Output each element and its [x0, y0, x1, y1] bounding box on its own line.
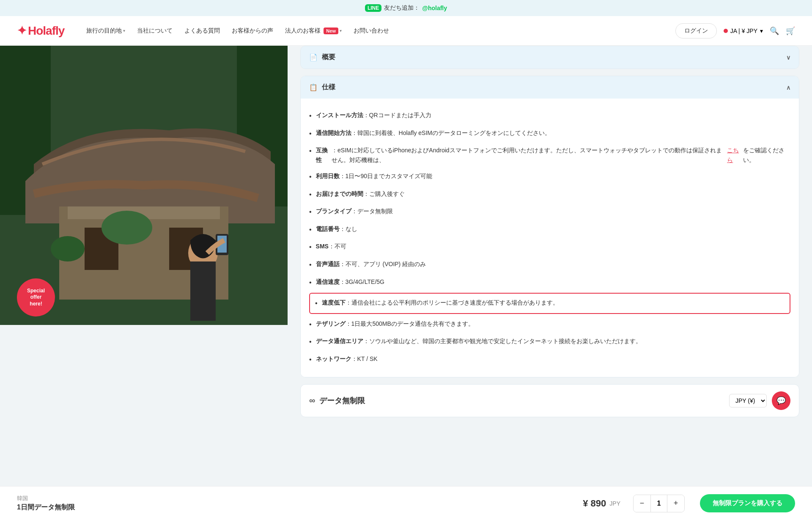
chevron-down-icon: ▾	[123, 28, 125, 33]
quantity-value: 1	[650, 495, 667, 512]
login-button[interactable]: ログイン	[675, 23, 717, 39]
image-section: Special offer here!	[0, 46, 288, 517]
support-icon: 💬	[776, 396, 786, 405]
logo[interactable]: ✦ Holafly	[17, 24, 64, 38]
cart-icon: 🛒	[786, 27, 795, 35]
spec-item: インストール方法：QRコードまたは手入力	[309, 107, 790, 125]
overview-section: 📄 概要 ∨	[300, 46, 799, 69]
logo-icon: ✦	[17, 24, 26, 38]
buy-button[interactable]: 無制限プランを購入する	[700, 494, 795, 512]
spec-section: 📋 仕様 ∧ インストール方法：QRコードまたは手入力通信開始方法：韓国に到着後…	[300, 76, 799, 377]
banner-text: 友だち追加：	[384, 4, 420, 12]
spec-item: 通信開始方法：韓国に到着後、Holafly eSIMのデータローミングをオンにし…	[309, 125, 790, 143]
spec-icon: 📋	[309, 83, 318, 91]
nav-item-about[interactable]: 当社について	[132, 24, 178, 38]
spec-item: テザリング：1日最大500MBのデータ通信を共有できます。	[309, 316, 790, 333]
line-handle[interactable]: @holafly	[422, 5, 447, 11]
infinity-icon: ∞	[309, 396, 315, 405]
search-button[interactable]: 🔍	[770, 26, 779, 36]
chevron-down-icon: ∨	[786, 54, 790, 61]
chevron-up-icon: ∧	[786, 84, 790, 91]
product-info-bottom: 韓国 1日間データ無制限	[17, 495, 583, 512]
support-button[interactable]: 💬	[772, 391, 790, 410]
nav-item-reviews[interactable]: お客様からの声	[227, 24, 278, 38]
spec-list: インストール方法：QRコードまたは手入力通信開始方法：韓国に到着後、Holafl…	[309, 107, 790, 369]
chevron-down-icon: ▾	[760, 28, 763, 34]
special-offer-line3: here!	[30, 301, 42, 308]
nav-links: 旅行の目的地 ▾ 当社について よくある質問 お客様からの声 法人のお客様 Ne…	[81, 24, 675, 38]
lang-label: JA | ¥ JPY	[730, 28, 757, 34]
spec-item: 互換性：eSIMに対応しているiPhoneおよびAndroidスマートフォンでご…	[309, 142, 790, 168]
special-offer-line1: Special	[27, 288, 45, 294]
product-name: 1日間データ無制限	[17, 503, 583, 512]
bottom-bar: 韓国 1日間データ無制限 ¥ 890 JPY − 1 + 無制限プランを購入する	[0, 486, 812, 520]
price-amount: ¥ 890	[583, 498, 606, 509]
search-icon: 🔍	[770, 27, 779, 35]
main-content: Special offer here! 📄 概要 ∨	[0, 46, 812, 517]
price-currency: JPY	[609, 500, 620, 507]
svg-rect-10	[190, 261, 216, 321]
spec-item: 音声通話：不可、アプリ (VOIP) 経由のみ	[309, 256, 790, 274]
product-country: 韓国	[17, 495, 583, 502]
svg-point-8	[51, 236, 85, 261]
spec-item: ネットワーク：KT / SK	[309, 351, 790, 369]
overview-header[interactable]: 📄 概要 ∨	[301, 46, 799, 69]
quantity-increase-button[interactable]: +	[667, 495, 684, 512]
spec-item: SMS：不可	[309, 238, 790, 256]
spec-title: 仕様	[322, 83, 335, 92]
svg-point-7	[102, 211, 152, 245]
data-unlimited-label: データ無制限	[319, 396, 365, 406]
nav-item-faq[interactable]: よくある質問	[179, 24, 225, 38]
spec-item: 速度低下：通信会社による公平利用のポリシーに基づき速度が低下する場合があります。	[309, 293, 790, 314]
spec-item: データ通信エリア：ソウルや釜山など、韓国の主要都市や観光地で安定したインターネッ…	[309, 333, 790, 351]
spec-header[interactable]: 📋 仕様 ∧	[301, 76, 799, 99]
new-badge: New	[324, 28, 338, 34]
overview-header-left: 📄 概要	[309, 53, 335, 62]
quantity-control: − 1 +	[633, 495, 685, 512]
spec-item: お届けまでの時間：ご購入後すぐ	[309, 186, 790, 204]
product-image: Special offer here!	[0, 46, 288, 325]
lang-flag	[724, 29, 728, 33]
spec-body: インストール方法：QRコードまたは手入力通信開始方法：韓国に到着後、Holafl…	[301, 99, 799, 377]
price-section: ¥ 890 JPY	[583, 498, 620, 509]
special-offer-badge[interactable]: Special offer here!	[17, 278, 55, 316]
nav-item-business[interactable]: 法人のお客様 New ▾	[280, 24, 347, 38]
spec-item: 電話番号：なし	[309, 221, 790, 239]
special-offer-line2: offer	[30, 294, 42, 301]
chevron-down-icon: ▾	[340, 28, 342, 33]
top-banner: LINE 友だち追加： @holafly	[0, 0, 812, 16]
nav-right: ログイン JA | ¥ JPY ▾ 🔍 🛒	[675, 23, 795, 39]
right-panel: 📄 概要 ∨ 📋 仕様 ∧ インストール方法：QRコードまた	[288, 46, 812, 517]
nav-item-contact[interactable]: お問い合わせ	[348, 24, 394, 38]
spec-item: プランタイプ：データ無制限	[309, 203, 790, 221]
currency-select[interactable]: JPY (¥)	[729, 394, 767, 407]
navigation: ✦ Holafly 旅行の目的地 ▾ 当社について よくある質問 お客様からの声…	[0, 16, 812, 46]
document-icon: 📄	[309, 53, 318, 61]
overview-title: 概要	[322, 53, 335, 62]
data-unlimited-section: ∞ データ無制限 JPY (¥) 💬	[300, 384, 799, 417]
cart-button[interactable]: 🛒	[786, 26, 795, 36]
quantity-decrease-button[interactable]: −	[634, 495, 650, 512]
nav-item-destinations[interactable]: 旅行の目的地 ▾	[81, 24, 130, 38]
spec-item: 通信速度：3G/4G/LTE/5G	[309, 274, 790, 292]
data-unlimited-left: ∞ データ無制限	[309, 396, 365, 406]
language-selector[interactable]: JA | ¥ JPY ▾	[724, 28, 763, 34]
spec-header-left: 📋 仕様	[309, 83, 335, 92]
line-icon: LINE	[365, 4, 381, 12]
spec-item: 利用日数：1日〜90日までカスタマイズ可能	[309, 168, 790, 186]
